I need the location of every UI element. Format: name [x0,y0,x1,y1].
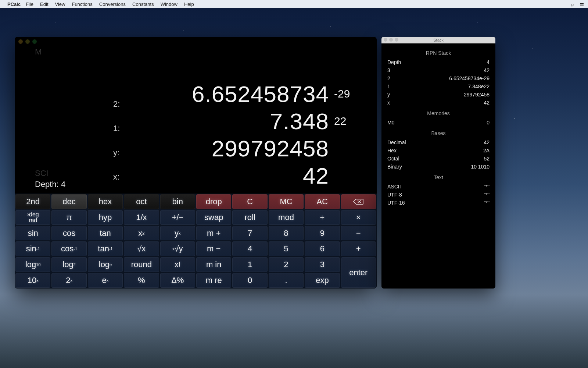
key-9[interactable]: 9 [305,226,340,241]
stack-label-1: 1: [113,124,120,148]
key-divide[interactable]: ÷ [305,210,340,225]
key-asin[interactable]: sin-1 [15,241,50,256]
key-bin[interactable]: bin [160,194,195,209]
menubar-app[interactable]: PCalc [7,1,21,7]
key-enter[interactable]: enter [341,257,376,288]
key-backspace[interactable] [341,194,376,209]
key-ac[interactable]: AC [305,194,340,209]
key-roll[interactable]: roll [232,210,267,225]
menu-edit[interactable]: Edit [40,1,48,7]
menu-list-icon[interactable]: ≣ [580,1,584,7]
key-2nd[interactable]: 2nd [15,194,50,209]
key-multiply[interactable]: × [341,210,376,225]
text-head: Text [387,174,490,180]
key-5[interactable]: 5 [269,241,304,256]
stack-window: Stack RPN Stack Depth4 342 26.652458734e… [381,37,495,289]
key-degrad[interactable]: ›degrad [15,210,50,225]
calculator-window: M SCI Depth: 4 2: 1: y: x: 6.652458734-2… [15,37,377,289]
key-clear[interactable]: C [232,194,267,209]
base-row: Octal52 [387,155,490,163]
base-row: Decimal42 [387,138,490,146]
base-row: Binary10 1010 [387,163,490,171]
key-xsq[interactable]: x2 [124,226,159,241]
mem-head: Memories [387,110,490,116]
key-dec[interactable]: dec [51,194,86,209]
stack-row-2: 6.652458734-29 [192,80,352,107]
key-0[interactable]: 0 [232,273,267,288]
stack-label-y: y: [113,148,120,172]
key-3[interactable]: 3 [305,257,340,272]
key-4[interactable]: 4 [232,241,267,256]
key-mplus[interactable]: m + [196,226,231,241]
stack-label-2: 2: [113,99,120,124]
key-6[interactable]: 6 [305,241,340,256]
key-2[interactable]: 2 [269,257,304,272]
key-cos[interactable]: cos [51,226,86,241]
stack-row: 342 [387,66,490,74]
key-deltapct[interactable]: Δ% [160,273,195,288]
key-percent[interactable]: % [124,273,159,288]
key-xrooty[interactable]: x√y [160,241,195,256]
keypad: 2nd dec hex oct bin drop C MC AC ›degrad… [15,194,377,289]
stack-row: 26.652458734e-29 [387,74,490,82]
key-8[interactable]: 8 [269,226,304,241]
stack-window-titlebar[interactable]: Stack [381,37,495,43]
key-mc[interactable]: MC [269,194,304,209]
key-exp[interactable]: exp [305,273,340,288]
key-atan[interactable]: tan-1 [88,241,123,256]
key-drop[interactable]: drop [196,194,231,209]
key-ypowx[interactable]: yx [160,226,195,241]
stack-row-x: 42 [192,162,352,189]
stack-window-title: Stack [433,38,444,42]
key-plus[interactable]: + [341,241,376,256]
key-hex[interactable]: hex [88,194,123,209]
key-acos[interactable]: cos-1 [51,241,86,256]
key-dot[interactable]: . [269,273,304,288]
key-1[interactable]: 1 [232,257,267,272]
key-oct[interactable]: oct [124,194,159,209]
menu-conversions[interactable]: Conversions [99,1,126,7]
stack-row: y299792458 [387,91,490,99]
rpn-head: RPN Stack [387,50,490,56]
key-plusminus[interactable]: +/− [160,210,195,225]
menu-help[interactable]: Help [184,1,194,7]
key-inverse[interactable]: 1/x [124,210,159,225]
stack-row: x42 [387,99,490,107]
stack-window-controls[interactable] [384,38,398,42]
key-ex[interactable]: ex [88,273,123,288]
menu-file[interactable]: File [26,1,33,7]
backspace-icon [353,198,363,205]
key-2x[interactable]: 2x [51,273,86,288]
key-sqrt[interactable]: √x [124,241,159,256]
text-row: UTF-8"*" [387,191,490,199]
key-log2[interactable]: log2 [51,257,86,272]
calculator-display: Depth: 4 2: 1: y: x: 6.652458734-29 7.34… [15,37,377,194]
menu-functions[interactable]: Functions [72,1,92,7]
spotlight-icon[interactable]: ⌕ [571,1,574,7]
mem-row: M00 [387,118,490,127]
key-ln[interactable]: loge [88,257,123,272]
text-row: UTF-16"*" [387,199,490,207]
stack-row: Depth4 [387,58,490,66]
key-sin[interactable]: sin [15,226,50,241]
key-log10[interactable]: log10 [15,257,50,272]
menu-window[interactable]: Window [161,1,178,7]
key-min[interactable]: m in [196,257,231,272]
key-pi[interactable]: π [51,210,86,225]
key-swap[interactable]: swap [196,210,231,225]
menubar: PCalc File Edit View Functions Conversio… [0,0,588,8]
key-mminus[interactable]: m − [196,241,231,256]
key-hyp[interactable]: hyp [88,210,123,225]
key-mod[interactable]: mod [269,210,304,225]
key-tan[interactable]: tan [88,226,123,241]
key-minus[interactable]: − [341,226,376,241]
menu-view[interactable]: View [55,1,65,7]
key-mre[interactable]: m re [196,273,231,288]
key-factorial[interactable]: x! [160,257,195,272]
stack-row-y: 299792458 [192,135,352,162]
text-row: ASCII"*" [387,183,490,191]
key-10x[interactable]: 10x [15,273,50,288]
menu-constants[interactable]: Constants [132,1,154,7]
key-round[interactable]: round [124,257,159,272]
key-7[interactable]: 7 [232,226,267,241]
